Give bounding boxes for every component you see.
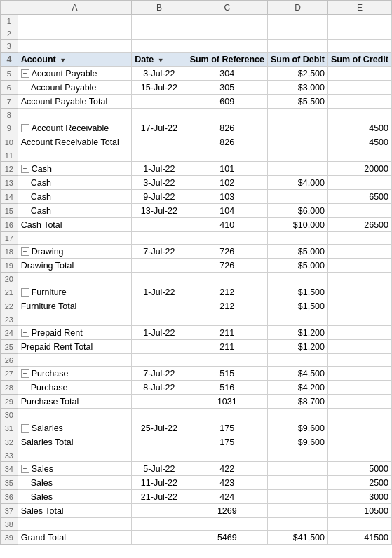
collapse-icon-ar[interactable]: − [21, 124, 29, 132]
cell-24b: 1-Jul-22 [132, 326, 187, 340]
row-11: 11 [1, 149, 392, 162]
cell-31d: $9,600 [267, 421, 327, 435]
row-12: 12 −Cash 1-Jul-22 101 20000 [1, 162, 392, 176]
rownum-39: 39 [1, 531, 18, 545]
cell-15a: Cash [18, 204, 131, 218]
cell-32e [328, 435, 392, 449]
cell-25a: Prepaid Rent Total [18, 340, 131, 354]
cell-38c [187, 518, 267, 531]
rownum-27: 27 [1, 367, 18, 381]
row-34: 34 −Sales 5-Jul-22 422 5000 [1, 462, 392, 476]
rownum-7: 7 [1, 95, 18, 109]
col-header-b[interactable]: B [132, 1, 187, 15]
rownum-26: 26 [1, 354, 18, 367]
cell-28b: 8-Jul-22 [132, 381, 187, 395]
cell-18e [328, 245, 392, 259]
rownum-38: 38 [1, 518, 18, 531]
cell-13e [328, 176, 392, 190]
header-account[interactable]: Account ▼ [18, 53, 131, 67]
row-20: 20 [1, 273, 392, 285]
cell-24d: $1,200 [267, 326, 327, 340]
rownum-4: 4 [1, 53, 18, 67]
cell-23b [132, 313, 187, 326]
cell-20c [187, 273, 267, 285]
cell-26d [267, 354, 327, 367]
cell-13b: 3-Jul-22 [132, 176, 187, 190]
cell-12a: −Cash [18, 162, 131, 176]
cell-11d [267, 149, 327, 162]
collapse-icon-salaries[interactable]: − [21, 424, 29, 433]
cell-27a: −Purchase [18, 367, 131, 381]
cell-29a: Purchase Total [18, 395, 131, 409]
cell-36b: 21-Jul-22 [132, 490, 187, 504]
rownum-29: 29 [1, 395, 18, 409]
rownum-25: 25 [1, 340, 18, 354]
cell-3a [18, 40, 131, 53]
rownum-21: 21 [1, 285, 18, 299]
row-21: 21 −Furniture 1-Jul-22 212 $1,500 [1, 285, 392, 299]
cell-12e: 20000 [328, 162, 392, 176]
cell-5c: 304 [187, 67, 267, 81]
cell-10d [267, 135, 327, 149]
cell-35d [267, 476, 327, 490]
cell-34b: 5-Jul-22 [132, 462, 187, 476]
header-date[interactable]: Date ▼ [132, 53, 187, 67]
cell-33e [328, 449, 392, 462]
purchase-label: Purchase [32, 369, 69, 379]
account-filter-icon[interactable]: ▼ [60, 57, 66, 64]
cell-25c: 211 [187, 340, 267, 354]
cell-10b [132, 135, 187, 149]
rownum-20: 20 [1, 273, 18, 285]
row-9: 9 −Account Receivable 17-Jul-22 826 4500 [1, 121, 392, 135]
cell-32a: Salaries Total [18, 435, 131, 449]
cell-1d [267, 15, 327, 27]
collapse-icon-furniture[interactable]: − [21, 288, 29, 297]
col-header-e[interactable]: E [328, 1, 392, 15]
cell-22a: Furniture Total [18, 299, 131, 313]
collapse-icon-cash[interactable]: − [21, 165, 29, 173]
cell-12c: 101 [187, 162, 267, 176]
rownum-2: 2 [1, 27, 18, 40]
cell-2a [18, 27, 131, 40]
cell-29b [132, 395, 187, 409]
rownum-19: 19 [1, 259, 18, 273]
cell-23c [187, 313, 267, 326]
col-header-a[interactable]: A [18, 1, 131, 15]
cell-37e: 10500 [328, 504, 392, 518]
drawing-label: Drawing [32, 247, 64, 257]
col-header-rownum [1, 1, 18, 15]
row-22: 22 Furniture Total 212 $1,500 [1, 299, 392, 313]
rownum-9: 9 [1, 121, 18, 135]
rownum-15: 15 [1, 204, 18, 218]
cell-6c: 305 [187, 81, 267, 95]
cell-29d: $8,700 [267, 395, 327, 409]
cell-15d: $6,000 [267, 204, 327, 218]
row-1: 1 [1, 15, 392, 27]
collapse-icon-sales[interactable]: − [21, 465, 29, 473]
cell-16c: 410 [187, 218, 267, 232]
header-sum-ref: Sum of Reference [187, 53, 267, 67]
collapse-icon-prepaid[interactable]: − [21, 329, 29, 337]
col-header-d[interactable]: D [267, 1, 327, 15]
cell-32c: 175 [187, 435, 267, 449]
date-filter-icon[interactable]: ▼ [158, 57, 164, 64]
rownum-14: 14 [1, 190, 18, 204]
cell-39a: Grand Total [18, 531, 131, 545]
cell-16d: $10,000 [267, 218, 327, 232]
cell-8c [187, 109, 267, 121]
account-label: Account [21, 55, 56, 64]
cell-30b [132, 409, 187, 421]
rownum-33: 33 [1, 449, 18, 462]
collapse-icon-ap[interactable]: − [21, 69, 29, 78]
collapse-icon-purchase[interactable]: − [21, 369, 29, 378]
cell-27b: 7-Jul-22 [132, 367, 187, 381]
cell-28a: Purchase [18, 381, 131, 395]
collapse-icon-drawing[interactable]: − [21, 247, 29, 256]
row-4-header: 4 Account ▼ Date ▼ Sum of Reference Sum … [1, 53, 392, 67]
cell-30d [267, 409, 327, 421]
cell-6e [328, 81, 392, 95]
row-39: 39 Grand Total 5469 $41,500 41500 [1, 531, 392, 545]
col-header-c[interactable]: C [187, 1, 267, 15]
cell-39c: 5469 [187, 531, 267, 545]
row-33: 33 [1, 449, 392, 462]
